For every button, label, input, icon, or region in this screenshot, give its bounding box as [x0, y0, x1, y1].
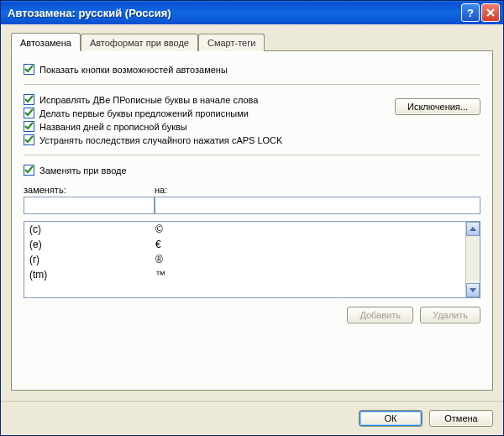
- tab-smart-tags[interactable]: Смарт-теги: [198, 34, 265, 51]
- button-label: Отмена: [444, 413, 477, 423]
- scroll-up-button[interactable]: [466, 222, 480, 236]
- scrollbar[interactable]: [465, 222, 480, 297]
- close-icon: [486, 7, 495, 19]
- with-input[interactable]: [155, 197, 480, 214]
- cell-to: €: [155, 239, 460, 250]
- tab-autoformat[interactable]: Автоформат при вводе: [81, 34, 198, 51]
- tab-panel: Показать кнопки возможностей автозамены …: [11, 50, 493, 391]
- checkbox-label: Делать первые буквы предложений прописны…: [39, 108, 249, 118]
- checkbox-first-letter[interactable]: [24, 108, 34, 118]
- autocorrect-dialog: Автозамена: русский (Россия) ? Автозамен…: [0, 0, 504, 436]
- chevron-up-icon: [470, 227, 476, 231]
- checkbox-label: Исправлять ДВе ПРописные буквы в начале …: [39, 95, 258, 105]
- replace-label: заменять:: [24, 185, 155, 195]
- list-item[interactable]: (e) €: [24, 237, 465, 252]
- checkbox-show-buttons[interactable]: [24, 64, 34, 75]
- cancel-button[interactable]: Отмена: [429, 410, 493, 427]
- divider: [24, 155, 480, 155]
- scroll-down-button[interactable]: [466, 283, 480, 297]
- button-label: Добавить: [360, 310, 401, 320]
- button-label: Исключения...: [407, 102, 468, 112]
- checkbox-label: Показать кнопки возможностей автозамены: [39, 65, 228, 75]
- delete-button[interactable]: Удалить: [420, 307, 480, 323]
- list-item[interactable]: (tm) ™: [24, 267, 465, 282]
- ok-button[interactable]: ОК: [359, 410, 423, 427]
- chevron-down-icon: [470, 288, 476, 292]
- tab-strip: Автозамена Автоформат при вводе Смарт-те…: [11, 33, 493, 50]
- tab-autocorrect[interactable]: Автозамена: [11, 33, 81, 51]
- check-icon: [24, 135, 34, 144]
- checkbox-two-caps[interactable]: [24, 94, 34, 105]
- cell-to: ™: [155, 269, 460, 281]
- replacements-list: (c) © (e) € (r) ® (tm) ™: [24, 221, 480, 298]
- with-label: на:: [155, 185, 480, 195]
- check-icon: [24, 65, 34, 74]
- check-icon: [24, 122, 34, 131]
- checkbox-label: Устранять последствия случайного нажатия…: [39, 135, 282, 145]
- help-icon: ?: [467, 7, 474, 19]
- dialog-footer: ОК Отмена: [1, 401, 503, 435]
- checkbox-day-names[interactable]: [24, 121, 34, 132]
- cell-from: (tm): [29, 269, 155, 281]
- cell-from: (r): [29, 254, 155, 265]
- cell-to: ©: [155, 223, 460, 235]
- help-button[interactable]: ?: [461, 3, 480, 22]
- button-label: ОК: [385, 413, 397, 423]
- replace-input[interactable]: [24, 197, 155, 214]
- checkbox-label: Названия дней с прописной буквы: [39, 122, 187, 132]
- window-title: Автозамена: русский (Россия): [8, 7, 461, 19]
- check-icon: [24, 108, 34, 118]
- scroll-track[interactable]: [466, 236, 480, 283]
- tab-label: Автозамена: [20, 38, 71, 48]
- close-button[interactable]: [481, 3, 500, 22]
- checkbox-replace-on-type[interactable]: [24, 165, 34, 176]
- checkbox-caps-lock[interactable]: [24, 134, 34, 145]
- exceptions-button[interactable]: Исключения...: [395, 98, 480, 115]
- tab-label: Автоформат при вводе: [90, 38, 189, 48]
- button-label: Удалить: [433, 310, 468, 320]
- divider: [24, 84, 480, 85]
- list-item[interactable]: (c) ©: [24, 222, 465, 237]
- checkbox-label: Заменять при вводе: [39, 165, 127, 176]
- cell-from: (e): [29, 239, 155, 250]
- list-item[interactable]: (r) ®: [24, 252, 465, 267]
- cell-from: (c): [29, 223, 155, 235]
- add-button[interactable]: Добавить: [347, 307, 413, 323]
- titlebar: Автозамена: русский (Россия) ?: [1, 1, 503, 24]
- check-icon: [24, 95, 34, 104]
- tab-label: Смарт-теги: [207, 38, 255, 48]
- cell-to: ®: [155, 254, 460, 265]
- check-icon: [24, 165, 34, 175]
